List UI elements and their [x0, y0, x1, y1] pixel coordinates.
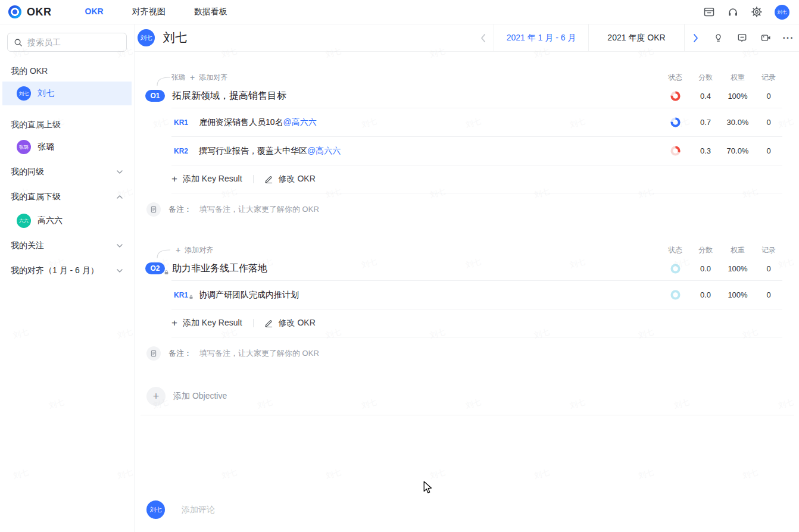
chevron-down-icon: [116, 168, 123, 176]
note-icon: [146, 346, 161, 361]
tips-button[interactable]: [706, 32, 730, 43]
period-selector[interactable]: 2021 年 1 月 - 6 月: [494, 33, 588, 43]
kr-text[interactable]: 撰写行业报告，覆盖大中华区@高六六: [199, 146, 341, 157]
board-icon[interactable]: [703, 6, 715, 18]
video-button[interactable]: [754, 32, 778, 43]
objective-title[interactable]: 助力非业务线工作落地: [172, 262, 267, 275]
tab-alignment-view[interactable]: 对齐视图: [132, 7, 166, 17]
chevron-down-icon: [116, 242, 123, 249]
column-headers: 状态 分数 权重 记录: [660, 245, 782, 255]
align-label: 我的对齐（1 月 - 6 月）: [11, 265, 99, 276]
add-kr-label: 添加 Key Result: [183, 318, 242, 328]
col-score: 分数: [691, 245, 720, 255]
score-cell: 0.0: [691, 264, 720, 273]
status-ring[interactable]: [670, 91, 681, 101]
align-connector-line: [156, 249, 171, 260]
kr-text[interactable]: 协调产研团队完成内推计划: [199, 290, 299, 301]
objective-2-align-control[interactable]: + 添加对齐: [171, 245, 213, 255]
plus-icon: +: [171, 317, 177, 329]
status-cell[interactable]: [660, 146, 691, 156]
note-icon: [146, 202, 161, 217]
status-cell[interactable]: [660, 91, 691, 101]
prev-period-button[interactable]: [472, 33, 494, 43]
reports-label: 我的直属下级: [11, 192, 61, 202]
kr-mention[interactable]: @高六六: [283, 117, 317, 127]
tab-dashboard[interactable]: 数据看板: [194, 7, 227, 17]
lock-icon: [189, 293, 193, 301]
avatar: 刘七: [146, 500, 165, 519]
kr-text[interactable]: 雇佣资深销售人员10名@高六六: [199, 117, 317, 128]
sidebar-section-peers[interactable]: 我的同级: [11, 160, 123, 184]
objective-1-top-row: 张璐 + 添加对齐 状态 分数 权重 记录: [145, 71, 782, 84]
kr-text-body: 协调产研团队完成内推计划: [199, 290, 299, 299]
kr-row[interactable]: KR1 雇佣资深销售人员10名@高六六 0.7 30.0% 0: [145, 108, 782, 136]
user-avatar[interactable]: 刘七: [775, 5, 789, 20]
sidebar-item-label: 张璐: [38, 142, 54, 152]
search-input[interactable]: [27, 37, 111, 47]
employee-search[interactable]: [7, 33, 127, 52]
app-logo-text: OKR: [27, 6, 52, 18]
sidebar-section-alignment[interactable]: 我的对齐（1 月 - 6 月）: [11, 259, 123, 283]
page-title: 刘七: [163, 30, 187, 46]
status-cell[interactable]: [660, 264, 691, 274]
headset-icon[interactable]: [727, 6, 739, 18]
comment-icon: [736, 32, 748, 43]
main-header: 刘七 刘七 2021 年 1 月 - 6 月 2021 年度 OKR: [135, 24, 799, 52]
avatar: 刘七: [17, 86, 31, 101]
aligned-user[interactable]: 张璐: [171, 73, 186, 83]
weight-cell: 100%: [720, 264, 755, 273]
kr-mention[interactable]: @高六六: [307, 146, 341, 155]
comment-bar[interactable]: 刘七 添加评论: [146, 500, 215, 519]
cycle-selector[interactable]: 2021 年度 OKR: [589, 33, 684, 43]
sidebar: 我的 OKR 刘七 刘七 我的直属上级 张璐 张璐 我的同级 我的直属下级 六六…: [0, 24, 135, 532]
col-records: 记录: [755, 73, 782, 83]
tab-okr[interactable]: OKR: [85, 7, 104, 17]
app-logo-icon: [8, 5, 21, 18]
kr-badge: KR1: [174, 291, 188, 299]
note-placeholder[interactable]: 填写备注，让大家更了解你的 OKR: [199, 204, 319, 215]
edit-okr-button[interactable]: 修改 OKR: [264, 174, 316, 184]
note-placeholder[interactable]: 填写备注，让大家更了解你的 OKR: [199, 348, 319, 359]
chevron-up-icon: [116, 193, 123, 201]
sidebar-item-gaoliuliu[interactable]: 六六 高六六: [2, 209, 132, 233]
next-period-button[interactable]: [685, 33, 706, 43]
objective-row[interactable]: O1 拓展新领域，提高销售目标 0.4 100% 0: [145, 84, 782, 108]
comments-button[interactable]: [730, 32, 754, 43]
edit-okr-button[interactable]: 修改 OKR: [264, 318, 316, 328]
avatar: 刘七: [138, 29, 155, 46]
sidebar-section-reports[interactable]: 我的直属下级: [11, 185, 123, 209]
divider: [253, 175, 254, 183]
avatar: 张璐: [17, 140, 31, 154]
comment-input-placeholder[interactable]: 添加评论: [182, 505, 215, 515]
objective-title[interactable]: 拓展新领域，提高销售目标: [172, 90, 286, 102]
objective-1-align-control[interactable]: 张璐 + 添加对齐: [171, 73, 227, 83]
sidebar-item-liuqi[interactable]: 刘七 刘七: [2, 82, 132, 105]
avatar: 六六: [17, 214, 31, 228]
status-ring[interactable]: [670, 290, 681, 300]
edit-okr-label: 修改 OKR: [279, 174, 316, 184]
status-ring[interactable]: [670, 117, 681, 127]
nav-right-group: 刘七: [703, 5, 789, 20]
gear-icon[interactable]: [751, 6, 763, 18]
divider: [141, 415, 794, 415]
records-cell: 0: [755, 290, 782, 299]
header-controls: 2021 年 1 月 - 6 月 2021 年度 OKR: [472, 24, 799, 51]
sidebar-section-following[interactable]: 我的关注: [11, 234, 123, 258]
col-status: 状态: [660, 245, 691, 255]
add-objective-button[interactable]: + 添加 Objective: [145, 381, 782, 411]
status-cell[interactable]: [660, 117, 691, 127]
add-kr-button[interactable]: + 添加 Key Result: [171, 317, 242, 329]
kr-row[interactable]: KR1 协调产研团队完成内推计划: [145, 281, 782, 309]
add-objective-label: 添加 Objective: [173, 391, 227, 402]
objective-note[interactable]: 备注： 填写备注，让大家更了解你的 OKR: [145, 337, 782, 370]
sidebar-item-zhanglu[interactable]: 张璐 张璐: [2, 135, 132, 159]
objective-note[interactable]: 备注： 填写备注，让大家更了解你的 OKR: [145, 193, 782, 226]
objective-row[interactable]: O2 助力非业务线工作落地: [145, 256, 782, 280]
status-ring[interactable]: [670, 264, 681, 274]
main-panel: 刘七 刘七 2021 年 1 月 - 6 月 2021 年度 OKR: [135, 24, 799, 532]
status-cell[interactable]: [660, 290, 691, 300]
status-ring[interactable]: [670, 146, 681, 156]
more-button[interactable]: ···: [778, 33, 799, 43]
add-kr-button[interactable]: + 添加 Key Result: [171, 173, 242, 185]
kr-row[interactable]: KR2 撰写行业报告，覆盖大中华区@高六六 0.3 70.0% 0: [145, 137, 782, 165]
